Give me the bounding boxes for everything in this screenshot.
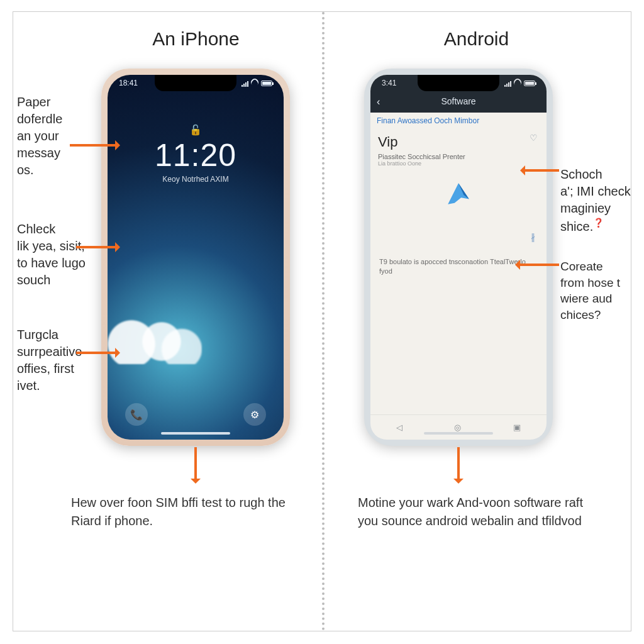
android-section: Vip Piassitec Socchicsal Prenter Lia bra…: [378, 134, 539, 167]
bluetooth-icon: ∦: [531, 232, 535, 242]
android-notch: [418, 75, 499, 91]
iphone-phone-button[interactable]: 📞: [125, 403, 148, 426]
center-divider: [322, 12, 325, 631]
right-callout-2: Coreate from hose t wiere aud chices?: [560, 258, 644, 323]
android-status-right: [504, 79, 535, 88]
android-screen: 3:41 ‹ Software Finan Awoassed Ooch Mimb…: [370, 75, 547, 440]
android-center-icon: [445, 180, 472, 207]
android-appbar-title: Software: [370, 96, 547, 106]
iphone-lock-area: 🔓 11:20 Keoy Notrhed AXIM: [108, 124, 284, 184]
signal-icon: [504, 80, 511, 87]
arrow-down-left: [194, 447, 197, 482]
arrow-left-3: [76, 352, 119, 354]
wifi-icon: [251, 79, 258, 88]
android-sub2: Lia brattioo Oone: [378, 160, 539, 167]
iphone-clock: 11:20: [108, 137, 284, 174]
android-home-indicator: [424, 432, 493, 435]
heart-icon[interactable]: ♡: [530, 133, 538, 143]
column-title-iphone: An iPhone: [13, 28, 322, 50]
caption-left: Hew over foon SIM bffi test to rugh the …: [71, 494, 310, 530]
arrow-left-2: [76, 246, 119, 248]
left-callout-3: Turgcla surrpeaitive offies, first ivet.: [17, 326, 102, 394]
home-indicator: [161, 432, 230, 435]
arrow-right-1: [521, 169, 559, 172]
iphone-notch: [155, 75, 236, 91]
comparison-frame: An iPhone Android 18:41 🔓 11:20 Keoy Not: [13, 11, 631, 631]
iphone-mockup: 18:41 🔓 11:20 Keoy Notrhed AXIM 📞 ⚙: [101, 69, 290, 446]
wifi-icon: [514, 79, 521, 88]
question-icon: ❓: [593, 217, 604, 229]
arrow-left-1: [70, 144, 119, 147]
android-sub1: Piassitec Socchicsal Prenter: [378, 153, 539, 160]
wallpaper-clouds: [108, 314, 202, 364]
iphone-screen: 18:41 🔓 11:20 Keoy Notrhed AXIM 📞 ⚙: [108, 75, 284, 440]
battery-icon: [524, 80, 535, 86]
right-callout-1: Schoch a'; IMI check maginiey shice.❓: [560, 149, 644, 235]
android-nav-bar: ◁ ◎ ▣: [370, 414, 547, 440]
android-blue-line: Finan Awoassed Ooch Mimbor: [377, 116, 540, 125]
arrow-down-right: [457, 447, 460, 482]
iphone-status-time: 18:41: [119, 79, 138, 88]
left-callout-1: Paper doferdle an your messay os.: [17, 94, 102, 179]
left-callout-2: Chleck lik yea, sisit, to have lugo souc…: [17, 221, 102, 289]
android-vip-label: Vip: [378, 134, 539, 150]
nav-recent-icon[interactable]: ▣: [513, 423, 521, 432]
caption-right: Motine your wark And-voon software raft …: [358, 494, 584, 530]
arrow-right-2: [516, 264, 559, 266]
iphone-settings-button[interactable]: ⚙: [243, 403, 266, 426]
android-status-time: 3:41: [382, 79, 396, 88]
svg-marker-0: [448, 183, 469, 204]
iphone-subline: Keoy Notrhed AXIM: [108, 175, 284, 184]
android-body-text: T9 boulato is apocced tnsconaotion Tteal…: [379, 257, 538, 277]
signal-icon: [242, 80, 248, 87]
iphone-status-right: [242, 79, 272, 88]
nav-back-icon[interactable]: ◁: [396, 423, 402, 432]
lock-icon: 🔓: [108, 124, 284, 136]
nav-home-icon[interactable]: ◎: [454, 423, 461, 432]
android-mockup: 3:41 ‹ Software Finan Awoassed Ooch Mimb…: [364, 69, 553, 446]
column-title-android: Android: [322, 28, 631, 50]
battery-icon: [261, 80, 272, 86]
